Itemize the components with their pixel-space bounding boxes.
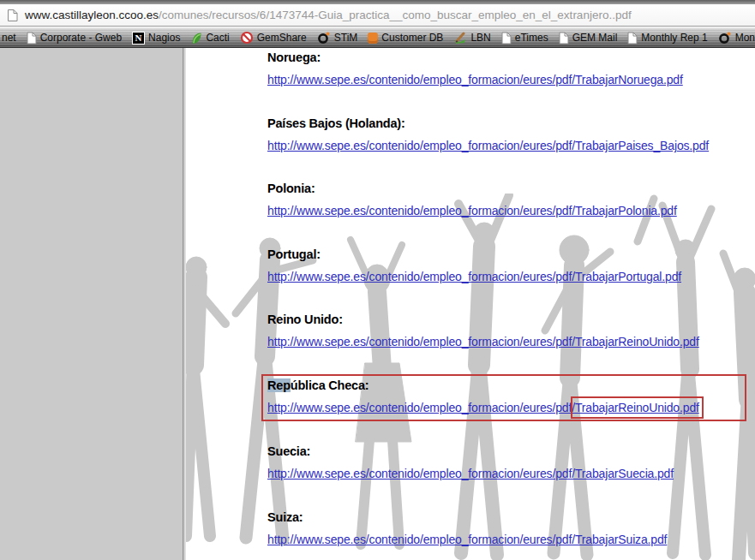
pdf-link[interactable]: http://www.sepe.es/contenido/empleo_form…	[267, 204, 677, 217]
url-path: /comunes/recursos/6/1473744-Guia_practic…	[159, 9, 632, 21]
pdf-link[interactable]: http://www.sepe.es/contenido/empleo_form…	[267, 533, 667, 546]
country-heading: República Checa:	[267, 378, 699, 392]
page-icon	[501, 32, 512, 45]
country-heading: Portugal:	[267, 247, 681, 261]
pdf-link[interactable]: http://www.sepe.es/contenido/empleo_form…	[267, 335, 699, 349]
bookmark-lbn[interactable]: LBN	[453, 32, 490, 45]
bookmark-corporate-gweb[interactable]: Corporate - Gweb	[27, 32, 122, 45]
bookmark-monthly-rep-2[interactable]: Monthly Rep 2	[718, 31, 755, 45]
green-leaf-icon	[190, 32, 202, 45]
country-heading: Suecia:	[267, 444, 674, 458]
pencil-note-icon	[453, 32, 467, 45]
bookmark-gemshare[interactable]: GemShare	[240, 31, 307, 45]
url-domain: www.castillayleon.ccoo.es	[25, 9, 159, 21]
bookmark-gem-mail[interactable]: GEM Mail	[559, 32, 618, 45]
pdf-link[interactable]: http://www.sepe.es/contenido/empleo_form…	[267, 401, 699, 414]
bookmark-customer-db[interactable]: Customer DB	[368, 32, 443, 44]
page-favicon-icon	[7, 9, 18, 22]
pdf-left-margin	[0, 48, 183, 560]
black-ring-orange-dot-icon	[718, 31, 732, 45]
section-suecia: Suecia: http://www.sepe.es/contenido/emp…	[267, 444, 674, 481]
page-icon	[27, 32, 37, 45]
bookmark-nagios[interactable]: N Nagios	[132, 32, 180, 45]
prohibition-icon	[240, 31, 254, 45]
url-text[interactable]: www.castillayleon.ccoo.es/comunes/recurs…	[25, 9, 632, 21]
pdf-page: Noruega: http://www.sepe.es/contenido/em…	[186, 48, 755, 560]
section-polonia: Polonia: http://www.sepe.es/contenido/em…	[267, 182, 677, 218]
content-area: Noruega: http://www.sepe.es/contenido/em…	[0, 48, 755, 560]
section-paises-bajos: Países Bajos (Holanda): http://www.sepe.…	[267, 116, 709, 153]
link-prefix: http://www.sepe.es/contenido/empleo_form…	[267, 401, 575, 414]
bookmark-etimes[interactable]: eTimes	[501, 32, 548, 45]
page-icon	[559, 32, 569, 45]
bookmark-monthly-rep-1[interactable]: Monthly Rep 1	[627, 32, 707, 45]
page-icon	[627, 32, 638, 45]
section-reino-unido: Reino Unido: http://www.sepe.es/contenid…	[267, 313, 699, 349]
country-heading: Noruega:	[267, 51, 683, 64]
pdf-link[interactable]: http://www.sepe.es/contenido/empleo_form…	[267, 467, 674, 480]
bookmark-stim[interactable]: STiM	[317, 31, 358, 45]
section-suiza: Suiza: http://www.sepe.es/contenido/empl…	[267, 510, 667, 547]
section-republica-checa: República Checa: http://www.sepe.es/cont…	[267, 378, 699, 415]
red-boxed-link-part: TrabajarReinoUnido.pdf	[575, 401, 699, 414]
black-ring-orange-dot-icon	[317, 31, 331, 45]
heading-rest: ública Checa:	[291, 378, 369, 392]
section-noruega: Noruega: http://www.sepe.es/contenido/em…	[267, 51, 683, 87]
bookmarks-bar: net Corporate - Gweb N Nagios Cacti	[0, 28, 755, 48]
section-portugal: Portugal: http://www.sepe.es/contenido/e…	[267, 247, 681, 284]
nagios-n-icon: N	[132, 32, 145, 45]
browser-window: www.castillayleon.ccoo.es/comunes/recurs…	[0, 0, 755, 560]
pdf-link[interactable]: http://www.sepe.es/contenido/empleo_form…	[267, 270, 681, 283]
country-heading: Reino Unido:	[267, 313, 699, 326]
pdf-link[interactable]: http://www.sepe.es/contenido/empleo_form…	[267, 73, 683, 86]
country-heading: Polonia:	[267, 182, 677, 195]
orange-blob-icon	[368, 33, 378, 44]
bookmark-net[interactable]: net	[2, 32, 16, 44]
bookmark-cacti[interactable]: Cacti	[190, 32, 229, 45]
pdf-link[interactable]: http://www.sepe.es/contenido/empleo_form…	[267, 139, 709, 152]
selected-text: Rep	[267, 378, 291, 392]
country-heading: Suiza:	[267, 510, 667, 524]
address-bar[interactable]: www.castillayleon.ccoo.es/comunes/recurs…	[0, 4, 755, 27]
country-heading: Países Bajos (Holanda):	[267, 116, 709, 130]
